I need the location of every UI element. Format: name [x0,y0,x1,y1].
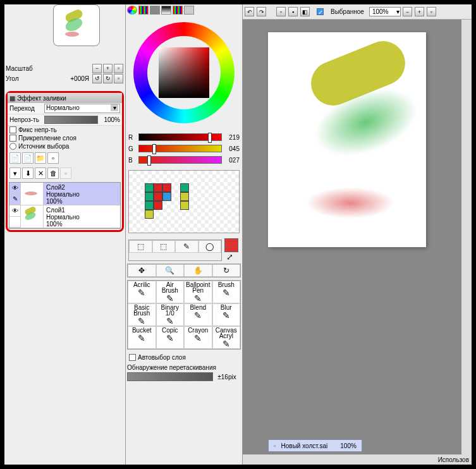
brush-preset[interactable]: Canvas Acryl✎ [212,326,241,349]
brush-preset[interactable]: Brush✎ [212,281,241,303]
v-scrollbar[interactable] [461,20,472,454]
zoom-in-btn[interactable]: + [103,64,113,73]
gray-mode-icon[interactable] [161,6,171,15]
merge-down-btn[interactable]: ⬇ [22,168,34,179]
swatch[interactable] [145,192,154,201]
delete-layer-btn[interactable]: 🗑 [47,168,59,179]
visibility-icon[interactable]: 👁 [9,205,20,217]
brush-preset[interactable]: Basic Brush✎ [128,303,156,326]
swatch[interactable] [145,201,154,210]
layer-item[interactable]: 👁 Слой1 Нормально 100% [9,205,120,228]
edit-icon[interactable]: ✎ [9,194,20,205]
swatch[interactable] [154,210,162,219]
brush-preset[interactable]: Blend✎ [184,303,212,326]
fill-effect-title: ▦Эффект заливки [8,93,122,103]
opacity-label: Непроз-ть [9,116,44,123]
color-wheel[interactable] [126,16,242,130]
layer-mask-btn[interactable]: ▫ [47,152,59,164]
flatten-btn[interactable]: ▫ [60,168,71,179]
brush-preset[interactable]: Bucket✎ [128,326,156,349]
selection-source-radio[interactable] [9,143,16,150]
clear-layer-btn[interactable]: ✕ [35,168,46,179]
swatch[interactable] [180,201,189,210]
new-layer-btn[interactable]: 📄 [9,152,21,164]
brush-preset[interactable]: Copic✎ [156,326,185,349]
b-slider[interactable] [138,156,222,164]
swatch-mode-icon[interactable] [173,6,183,15]
canvas[interactable] [268,32,426,247]
selection-tool[interactable]: ⬚ [152,240,176,253]
undo-btn[interactable]: ↶ [245,7,254,16]
r-slider[interactable] [138,133,222,141]
wheel-mode-icon[interactable] [127,6,137,15]
drag-detect-slider[interactable] [127,372,213,381]
brush-preset[interactable]: Ballpoint Pen✎ [184,281,212,303]
zoom-fit-btn[interactable]: ▫ [114,64,123,73]
swatch[interactable] [171,210,180,219]
color-mode-bar [126,4,242,16]
new-folder-btn[interactable]: 📁 [35,152,46,164]
swatch[interactable] [154,183,162,192]
zoom-select[interactable]: 100% [369,7,401,16]
swatch[interactable] [145,210,154,219]
selection-tool[interactable]: ✎ [175,240,198,253]
swatch[interactable] [171,192,180,201]
nav-tool[interactable]: 🔍 [156,264,185,277]
layer-item[interactable]: 👁✎ Слой2 Нормально 100% [9,183,120,205]
rotate-reset-btn[interactable]: ▫ [114,74,123,83]
redo-btn[interactable]: ↷ [257,7,266,16]
scratchpad-icon[interactable] [184,6,194,15]
swatch[interactable] [162,192,171,201]
nav-tool[interactable]: ✥ [128,264,156,277]
clip-layer-checkbox[interactable] [9,135,16,142]
fg-color-swatch[interactable] [224,238,238,252]
zoom-in-canvas-btn[interactable]: + [415,7,424,16]
show-sel-btn[interactable]: ◧ [300,7,310,16]
angle-label: Угол [6,75,70,82]
hsv-mode-icon[interactable] [150,6,160,15]
swatch[interactable] [171,183,180,192]
edit-icon[interactable] [9,217,20,228]
deselect-btn[interactable]: ▫ [276,7,286,16]
swatch-panel[interactable] [128,170,240,233]
selected-checkbox[interactable]: ✓ [317,8,324,15]
document-tab[interactable]: ▫ Новый холст.sai 100% [268,439,362,452]
brush-preset[interactable]: Blur✎ [212,303,241,326]
brush-preset[interactable]: Binary 1/0✎ [156,303,185,326]
swatch[interactable] [180,192,189,201]
swatch[interactable] [171,201,180,210]
invert-sel-btn[interactable]: ▪ [288,7,298,16]
visibility-icon[interactable]: 👁 [9,183,20,194]
lock-opacity-checkbox[interactable] [9,126,16,133]
selection-tool[interactable]: ◯ [198,240,222,253]
brush-preset[interactable]: Acrilic✎ [128,281,156,303]
swatch[interactable] [180,183,189,192]
canvas-viewport[interactable]: ▫ Новый холст.sai 100% Использов [243,20,472,465]
swatch[interactable] [180,210,189,219]
g-slider[interactable] [138,145,222,152]
nav-tool[interactable]: ↻ [212,264,241,277]
nav-tool[interactable]: ✋ [184,264,212,277]
brush-preset[interactable]: Crayon✎ [184,326,212,349]
rotate-cw-btn[interactable]: ↻ [103,74,113,83]
blend-mode-select[interactable]: Нормально [44,104,120,113]
navigator-thumbnail[interactable] [53,4,100,46]
swap-colors-icon[interactable]: ⤢ [224,252,235,262]
rotate-ccw-btn[interactable]: ↺ [92,74,102,83]
swatch[interactable] [162,210,171,219]
brush-preset[interactable]: Air Brush✎ [156,281,185,303]
new-linework-btn[interactable]: 📄 [22,152,34,164]
opacity-slider[interactable] [44,116,98,124]
zoom-out-canvas-btn[interactable]: − [403,7,412,16]
swatch[interactable] [162,183,171,192]
auto-select-checkbox[interactable] [129,354,136,361]
swatch[interactable] [154,201,162,210]
rgb-mode-icon[interactable] [138,6,149,15]
zoom-out-btn[interactable]: − [92,64,102,73]
selection-tool[interactable]: ⬚ [129,240,152,253]
transfer-down-btn[interactable]: ▾ [9,168,21,179]
swatch[interactable] [154,192,162,201]
swatch[interactable] [145,183,154,192]
zoom-fit-canvas-btn[interactable]: ▫ [427,7,436,16]
swatch[interactable] [162,201,171,210]
